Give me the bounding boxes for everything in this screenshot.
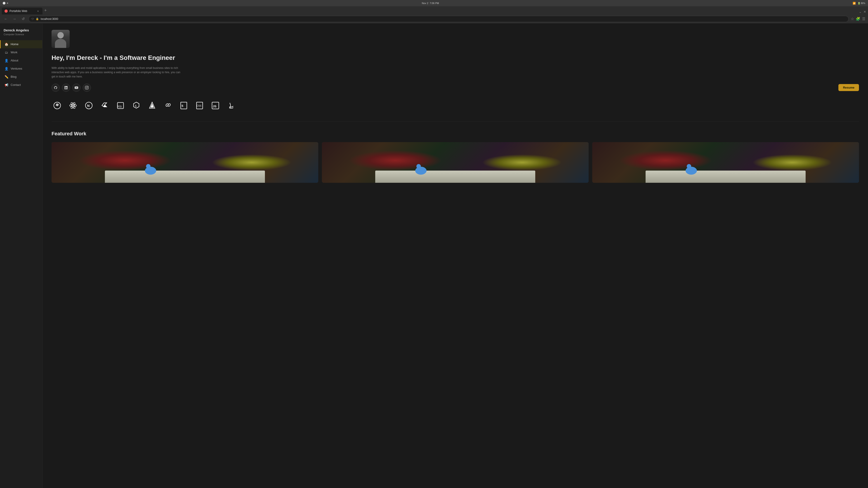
sidebar-item-home[interactable]: 🏠 Home [0, 40, 42, 48]
project-card-img-3 [592, 142, 859, 183]
svg-point-5 [72, 105, 74, 106]
browser-close-button[interactable]: ✕ [864, 10, 866, 13]
title-bar-right: 📶 🔋 86% [852, 2, 865, 5]
sidebar-subtitle: Computer Science [4, 33, 39, 36]
svg-text:JS: JS [213, 104, 217, 108]
main-content: Hey, I'm Dereck - I'm a Software Enginee… [42, 24, 868, 488]
pig-figure-1 [145, 167, 156, 175]
sidebar-item-ventures[interactable]: 👤 Ventures [0, 65, 42, 73]
address-bar-right: ☆ 🧩 ☰ [851, 17, 865, 21]
hero-section: Hey, I'm Dereck - I'm a Software Enginee… [52, 30, 859, 122]
home-icon: 🏠 [4, 42, 8, 46]
sidebar: Dereck Angeles Computer Science 🏠 Home 🗂… [0, 24, 42, 488]
pig-figure-2 [415, 167, 427, 175]
tech-flutter-icon [99, 100, 110, 111]
sidebar-label-work: Work [11, 51, 18, 54]
active-tab[interactable]: Portafolio Web ✕ [2, 8, 42, 14]
tech-icons: N SQL [52, 96, 859, 115]
tab-list-button[interactable]: ⌄ [859, 10, 862, 13]
github-icon [54, 86, 57, 90]
url-text: localhost:3000 [41, 18, 58, 21]
youtube-button[interactable] [72, 84, 81, 92]
title-bar: Nov 2 7:06 PM 📶 🔋 86% [0, 0, 868, 6]
linkedin-icon [64, 86, 68, 89]
tab-favicon [4, 9, 8, 13]
svg-text:CSS: CSS [197, 104, 202, 107]
youtube-icon [74, 86, 78, 90]
project-card-2[interactable] [322, 142, 589, 183]
tech-nextjs2-icon: N [83, 100, 94, 111]
sidebar-label-blog: Blog [11, 75, 17, 78]
github-button[interactable] [52, 84, 60, 92]
sidebar-header: Dereck Angeles Computer Science [0, 28, 42, 40]
ventures-icon: 👤 [4, 67, 8, 70]
extensions-button[interactable]: 🧩 [856, 17, 860, 21]
linkedin-button[interactable] [62, 84, 70, 92]
hero-actions: Resume [52, 84, 859, 92]
sidebar-item-blog[interactable]: ✏️ Blog [0, 73, 42, 81]
sidebar-name: Dereck Angeles [4, 28, 39, 33]
blog-icon: ✏️ [4, 75, 8, 78]
bookmark-button[interactable]: ☆ [851, 17, 854, 21]
sidebar-label-ventures: Ventures [11, 67, 22, 70]
instagram-button[interactable] [83, 84, 91, 92]
forward-button[interactable]: → [11, 16, 18, 22]
featured-section: Featured Work [52, 131, 859, 183]
projects-grid [52, 142, 859, 183]
project-img-placeholder-1 [52, 142, 318, 183]
tab-bar: Portafolio Web ✕ + ⌄ ✕ [0, 6, 868, 14]
battery-indicator: 🔋 86% [858, 2, 865, 4]
svg-text:N: N [87, 104, 90, 107]
back-button[interactable]: ← [3, 16, 9, 22]
tech-sql-icon: SQL [115, 100, 126, 111]
tech-css3-icon: CSS [194, 100, 205, 111]
browser-chrome: Nov 2 7:06 PM 📶 🔋 86% Portafolio Web ✕ +… [0, 0, 868, 24]
sidebar-item-work[interactable]: 🗂 Work [0, 48, 42, 57]
tech-html5-icon: 5 [178, 100, 189, 111]
lock-icon: 🔒 [36, 18, 39, 20]
resume-button[interactable]: Resume [838, 84, 859, 91]
tech-bash-icon: $_ [131, 100, 142, 111]
stone-base-2 [375, 170, 535, 183]
sidebar-nav: 🏠 Home 🗂 Work 👤 About 👤 Ventures ✏️ Blog… [0, 40, 42, 89]
sidebar-item-about[interactable]: 👤 About [0, 57, 42, 65]
sidebar-item-contact[interactable]: 📢 Contact [0, 81, 42, 89]
instagram-icon [85, 86, 89, 90]
address-input[interactable]: 🛡 🔒 localhost:3000 [29, 16, 848, 22]
app-layout: Dereck Angeles Computer Science 🏠 Home 🗂… [0, 24, 868, 488]
wifi-icon: 📶 [852, 2, 856, 5]
stone-base-3 [646, 170, 806, 183]
menu-button[interactable]: ☰ [862, 17, 865, 21]
project-card-3[interactable] [592, 142, 859, 183]
tab-title: Portafolio Web [9, 9, 27, 13]
pig-figure-3 [686, 167, 697, 175]
hero-description: With ability to build web and mobil apli… [52, 66, 183, 79]
project-card-img-2 [322, 142, 589, 183]
project-img-placeholder-3 [592, 142, 859, 183]
work-icon: 🗂 [4, 51, 8, 54]
contact-icon: 📢 [4, 83, 8, 87]
tab-close-button[interactable]: ✕ [36, 9, 40, 13]
title-bar-datetime: Nov 2 7:06 PM [422, 2, 439, 4]
hero-title: Hey, I'm Dereck - I'm a Software Enginee… [52, 54, 859, 61]
avatar [52, 30, 70, 48]
traffic-light-close[interactable] [3, 2, 5, 4]
project-card-1[interactable] [52, 142, 318, 183]
svg-text:$_: $_ [135, 104, 138, 107]
svg-text:SQL: SQL [118, 105, 122, 107]
address-bar: ← → ↺ 🛡 🔒 localhost:3000 ☆ 🧩 ☰ [0, 14, 868, 24]
new-tab-button[interactable]: + [42, 8, 49, 13]
social-links [52, 84, 91, 92]
sidebar-label-home: Home [11, 42, 19, 46]
stone-base-1 [105, 170, 265, 183]
traffic-light-minimize[interactable] [7, 2, 8, 4]
sidebar-label-about: About [11, 59, 18, 62]
title-bar-left [3, 2, 8, 4]
featured-work-title: Featured Work [52, 131, 859, 137]
tech-nextjs-icon [52, 100, 63, 111]
tech-java-icon [225, 100, 237, 111]
tech-tailwind-icon [162, 100, 174, 111]
security-shield-icon: 🛡 [31, 18, 34, 20]
tab-bar-right: ⌄ ✕ [859, 10, 866, 14]
reload-button[interactable]: ↺ [20, 16, 26, 22]
